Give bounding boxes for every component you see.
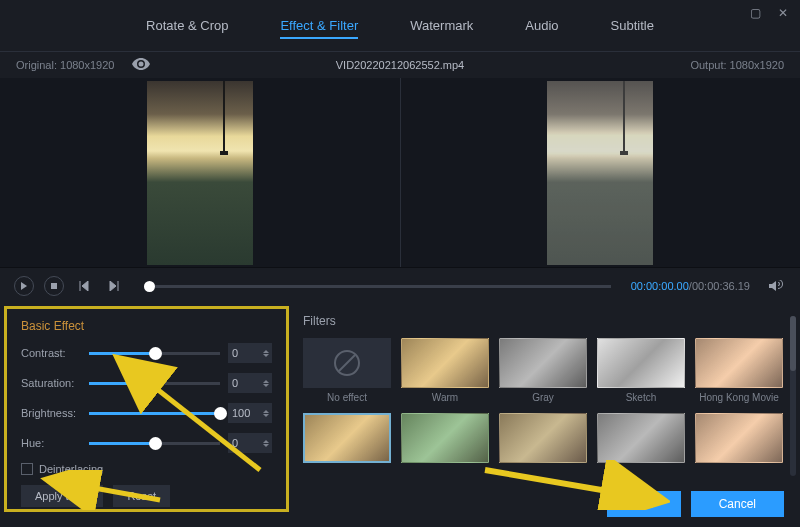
hue-up-icon[interactable]	[263, 440, 269, 443]
apply-to-all-button[interactable]: Apply to All	[21, 485, 103, 507]
time-display: 00:00:00.00/00:00:36.19	[631, 280, 750, 292]
hue-label: Hue:	[21, 437, 81, 449]
deinterlacing-label: Deinterlacing	[39, 463, 103, 475]
close-button[interactable]: ✕	[776, 6, 790, 20]
hue-value[interactable]: 0	[228, 433, 272, 453]
cancel-button[interactable]: Cancel	[691, 491, 784, 517]
hue-slider[interactable]	[89, 442, 220, 445]
saturation-slider[interactable]	[89, 382, 220, 385]
filter-row2-4[interactable]	[597, 413, 685, 463]
filter-no-effect[interactable]: No effect	[303, 338, 391, 403]
tab-effect-filter[interactable]: Effect & Filter	[280, 18, 358, 39]
filter-row2-3[interactable]	[499, 413, 587, 463]
tab-audio[interactable]: Audio	[525, 18, 558, 39]
tab-bar: Rotate & Crop Effect & Filter Watermark …	[0, 0, 800, 52]
next-frame-button[interactable]	[104, 276, 124, 296]
brightness-slider[interactable]	[89, 412, 220, 415]
output-dimensions: Output: 1080x1920	[690, 59, 784, 71]
preview-toggle-icon[interactable]	[132, 58, 150, 72]
basic-effect-panel: Basic Effect Contrast: 0 Saturation: 0 B…	[4, 306, 289, 512]
contrast-value[interactable]: 0	[228, 343, 272, 363]
saturation-down-icon[interactable]	[263, 384, 269, 387]
brightness-value[interactable]: 100	[228, 403, 272, 423]
tab-watermark[interactable]: Watermark	[410, 18, 473, 39]
maximize-button[interactable]: ▢	[748, 6, 762, 20]
filters-title: Filters	[303, 314, 786, 328]
output-video-thumb	[547, 81, 653, 265]
deinterlacing-checkbox[interactable]	[21, 463, 33, 475]
contrast-down-icon[interactable]	[263, 354, 269, 357]
contrast-up-icon[interactable]	[263, 350, 269, 353]
original-preview	[0, 78, 400, 267]
brightness-label: Brightness:	[21, 407, 81, 419]
brightness-up-icon[interactable]	[263, 410, 269, 413]
original-dimensions: Original: 1080x1920	[16, 59, 114, 71]
filter-sketch[interactable]: Sketch	[597, 338, 685, 403]
filter-row2-5[interactable]	[695, 413, 783, 463]
play-button[interactable]	[14, 276, 34, 296]
svg-rect-0	[51, 283, 57, 289]
filter-gray[interactable]: Gray	[499, 338, 587, 403]
brightness-down-icon[interactable]	[263, 414, 269, 417]
contrast-slider[interactable]	[89, 352, 220, 355]
filter-row2-1[interactable]	[303, 413, 391, 463]
ok-button[interactable]: OK	[607, 491, 680, 517]
filename-label: VID20220212062552.mp4	[336, 59, 464, 71]
reset-button[interactable]: Reset	[113, 485, 170, 507]
stop-button[interactable]	[44, 276, 64, 296]
filter-warm[interactable]: Warm	[401, 338, 489, 403]
saturation-label: Saturation:	[21, 377, 81, 389]
filters-scrollbar[interactable]	[790, 316, 796, 476]
filter-row2-2[interactable]	[401, 413, 489, 463]
hue-down-icon[interactable]	[263, 444, 269, 447]
saturation-value[interactable]: 0	[228, 373, 272, 393]
filter-hong-kong[interactable]: Hong Kong Movie	[695, 338, 783, 403]
tab-subtitle[interactable]: Subtitle	[611, 18, 654, 39]
volume-icon[interactable]	[766, 276, 786, 296]
output-preview	[400, 78, 801, 267]
timeline-slider[interactable]	[144, 285, 611, 288]
svg-line-2	[339, 355, 355, 371]
basic-effect-title: Basic Effect	[21, 319, 272, 333]
tab-rotate-crop[interactable]: Rotate & Crop	[146, 18, 228, 39]
saturation-up-icon[interactable]	[263, 380, 269, 383]
original-video-thumb	[147, 81, 253, 265]
filters-panel: Filters No effect Warm Gray Sketch Hong …	[289, 304, 800, 514]
contrast-label: Contrast:	[21, 347, 81, 359]
prev-frame-button[interactable]	[74, 276, 94, 296]
